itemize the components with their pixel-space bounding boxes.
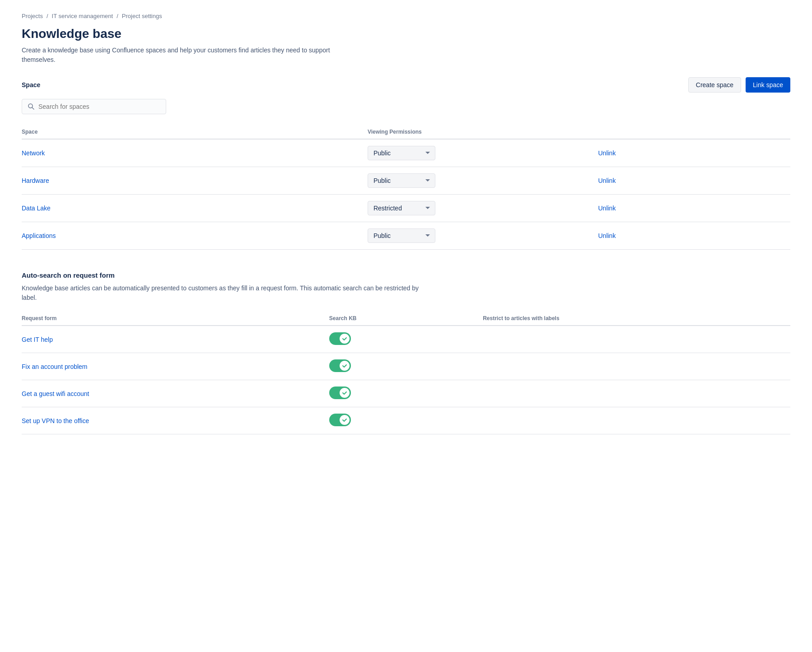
- list-item: Get a guest wifi account: [22, 380, 790, 407]
- col-header-action: [598, 125, 790, 139]
- space-name-link[interactable]: Network: [22, 149, 45, 157]
- check-icon: [342, 390, 347, 396]
- breadcrumb-project-settings[interactable]: Project settings: [122, 13, 162, 19]
- space-label: Space: [22, 81, 40, 88]
- request-form-link[interactable]: Get a guest wifi account: [22, 390, 89, 397]
- restrict-labels-cell: [483, 407, 790, 434]
- space-name-link[interactable]: Data Lake: [22, 205, 51, 212]
- col-header-permissions: Viewing Permissions: [368, 125, 598, 139]
- permission-select[interactable]: PublicRestrictedPrivate: [368, 146, 435, 160]
- space-section-header: Space Create space Link space: [22, 77, 790, 93]
- search-kb-toggle[interactable]: [329, 414, 351, 426]
- table-row: NetworkPublicRestrictedPrivateUnlink: [22, 139, 790, 167]
- table-row: HardwarePublicRestrictedPrivateUnlink: [22, 167, 790, 195]
- svg-line-1: [32, 107, 34, 109]
- auto-search-desc: Knowledge base articles can be automatic…: [22, 284, 428, 303]
- search-box: [22, 99, 166, 114]
- unlink-button[interactable]: Unlink: [598, 149, 616, 157]
- breadcrumb-projects[interactable]: Projects: [22, 13, 43, 19]
- permission-select[interactable]: PublicRestrictedPrivate: [368, 201, 435, 215]
- restrict-labels-cell: [483, 353, 790, 380]
- col-header-request-form: Request form: [22, 312, 329, 326]
- check-icon: [342, 363, 347, 368]
- search-kb-toggle[interactable]: [329, 387, 351, 399]
- space-action-buttons: Create space Link space: [688, 77, 790, 93]
- restrict-labels-cell: [483, 380, 790, 407]
- link-space-button[interactable]: Link space: [746, 77, 790, 93]
- search-input[interactable]: [38, 103, 160, 110]
- list-item: Set up VPN to the office: [22, 407, 790, 434]
- unlink-button[interactable]: Unlink: [598, 205, 616, 212]
- search-icon: [28, 103, 35, 110]
- unlink-button[interactable]: Unlink: [598, 232, 616, 239]
- unlink-button[interactable]: Unlink: [598, 177, 616, 184]
- list-item: Get IT help: [22, 326, 790, 353]
- auto-search-title: Auto-search on request form: [22, 271, 790, 279]
- page-subtitle: Create a knowledge base using Confluence…: [22, 46, 338, 65]
- request-table: Request form Search KB Restrict to artic…: [22, 312, 790, 434]
- create-space-button[interactable]: Create space: [688, 77, 741, 93]
- breadcrumb-sep-1: /: [47, 13, 48, 19]
- space-name-link[interactable]: Hardware: [22, 177, 49, 184]
- col-header-search-kb: Search KB: [329, 312, 483, 326]
- request-form-link[interactable]: Fix an account problem: [22, 363, 88, 370]
- check-icon: [342, 417, 347, 423]
- col-header-space: Space: [22, 125, 368, 139]
- request-form-link[interactable]: Set up VPN to the office: [22, 417, 89, 424]
- col-header-restrict-labels: Restrict to articles with labels: [483, 312, 790, 326]
- search-kb-toggle[interactable]: [329, 332, 351, 345]
- search-kb-toggle[interactable]: [329, 359, 351, 372]
- space-name-link[interactable]: Applications: [22, 232, 56, 239]
- list-item: Fix an account problem: [22, 353, 790, 380]
- auto-search-section: Auto-search on request form Knowledge ba…: [22, 271, 790, 434]
- table-row: ApplicationsPublicRestrictedPrivateUnlin…: [22, 222, 790, 250]
- breadcrumb: Projects / IT service management / Proje…: [22, 13, 790, 19]
- table-row: Data LakePublicRestrictedPrivateUnlink: [22, 195, 790, 222]
- permission-select[interactable]: PublicRestrictedPrivate: [368, 173, 435, 188]
- spaces-table: Space Viewing Permissions NetworkPublicR…: [22, 125, 790, 250]
- page-title: Knowledge base: [22, 27, 790, 41]
- check-icon: [342, 336, 347, 341]
- permission-select[interactable]: PublicRestrictedPrivate: [368, 228, 435, 243]
- request-form-link[interactable]: Get IT help: [22, 336, 53, 343]
- restrict-labels-cell: [483, 326, 790, 353]
- breadcrumb-sep-2: /: [117, 13, 118, 19]
- breadcrumb-it-service[interactable]: IT service management: [52, 13, 113, 19]
